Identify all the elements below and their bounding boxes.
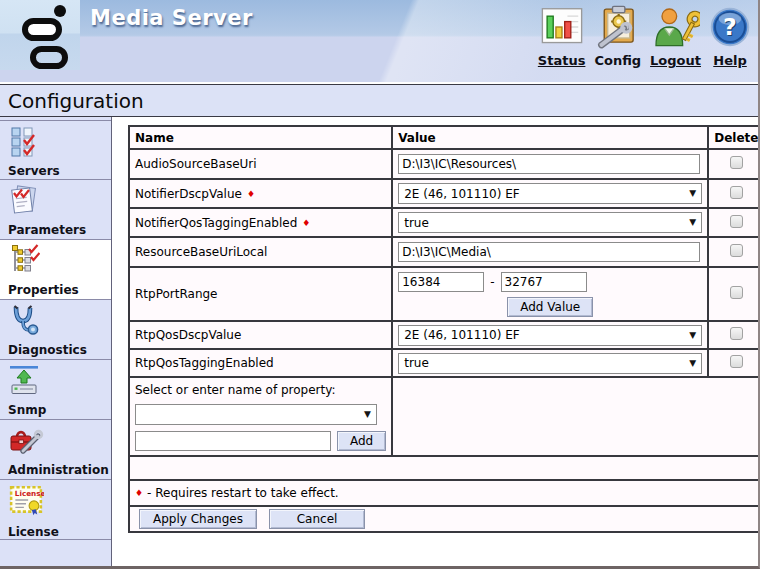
add-property-label: Select or enter name of property:: [135, 383, 386, 397]
chevron-down-icon: ▼: [689, 331, 696, 340]
range-separator: -: [490, 275, 494, 289]
rtpqostaggingenabled-select[interactable]: true▼: [398, 353, 702, 374]
page-title: Configuration: [0, 89, 144, 113]
logout-user-key-icon: [652, 2, 700, 52]
config-tools-icon: [596, 2, 640, 52]
rtpportrange-from-input[interactable]: [398, 272, 484, 292]
table-row: ResourceBaseUriLocal: [129, 237, 760, 267]
header-nav: Status C: [538, 2, 750, 68]
select-value: 2E (46, 101110) EF: [404, 328, 519, 342]
select-value: true: [404, 356, 429, 370]
chevron-down-icon: ▼: [689, 359, 696, 368]
svg-text:License: License: [15, 489, 44, 498]
delete-checkbox[interactable]: [730, 186, 743, 199]
restart-marker: ♦: [247, 189, 255, 199]
property-name: RtpQosTaggingEnabled: [135, 356, 274, 370]
diagnostics-stethoscope-icon: [8, 321, 40, 340]
rtpportrange-to-input[interactable]: [501, 272, 587, 292]
add-property-row: Select or enter name of property: ▼ Add: [129, 377, 760, 456]
delete-checkbox[interactable]: [730, 355, 743, 368]
status-bar-chart-icon: [539, 2, 585, 52]
delete-checkbox[interactable]: [730, 215, 743, 228]
company-logo: [0, 0, 80, 70]
column-header-name: Name: [129, 126, 392, 149]
nav-help-link[interactable]: Help: [713, 53, 746, 68]
resourcebaseurilocal-input[interactable]: [398, 242, 700, 262]
empty-cell: [392, 377, 760, 456]
delete-checkbox[interactable]: [730, 286, 743, 299]
nav-item-logout[interactable]: Logout: [650, 2, 701, 68]
nav-item-status[interactable]: Status: [538, 2, 586, 68]
property-name-cell: NotifierQosTaggingEnabled♦: [129, 208, 392, 237]
nav-logout-link[interactable]: Logout: [650, 53, 701, 68]
footnote-text: - Requires restart to take effect.: [147, 486, 339, 500]
sidebar-label-parameters[interactable]: Parameters: [8, 223, 111, 237]
nav-item-help[interactable]: ? ? Help: [710, 2, 750, 68]
table-header-row: Name Value Delete: [129, 126, 760, 149]
sidebar-label-administration[interactable]: Administration: [8, 463, 111, 477]
cancel-button[interactable]: Cancel: [269, 509, 366, 529]
actions-row: Apply Changes Cancel: [129, 506, 760, 532]
add-value-button[interactable]: Add Value: [507, 297, 593, 317]
sidebar-label-properties[interactable]: Properties: [8, 283, 111, 297]
property-name-select[interactable]: ▼: [135, 404, 377, 425]
chevron-down-icon: ▼: [689, 189, 696, 198]
nav-config-label[interactable]: Config: [594, 53, 641, 68]
sidebar-label-diagnostics[interactable]: Diagnostics: [8, 343, 111, 357]
sidebar-item-snmp[interactable]: Snmp: [0, 360, 111, 420]
select-value: 2E (46, 101110) EF: [404, 187, 519, 201]
sidebar-item-servers[interactable]: Servers: [0, 120, 111, 180]
sidebar-label-license[interactable]: License: [8, 525, 111, 539]
notifierqostaggingenabled-select[interactable]: true▼: [398, 212, 702, 233]
sidebar-label-snmp[interactable]: Snmp: [8, 403, 111, 417]
delete-checkbox[interactable]: [730, 156, 743, 169]
sidebar-item-license[interactable]: License License: [0, 480, 111, 540]
page-title-bar: Configuration: [0, 84, 758, 117]
license-certificate-icon: License: [8, 503, 44, 522]
select-value: true: [404, 216, 429, 230]
add-property-button[interactable]: Add: [337, 431, 386, 451]
nav-status-link[interactable]: Status: [538, 53, 586, 68]
chevron-down-icon: ▼: [689, 218, 696, 227]
table-row: RtpQosDscpValue 2E (46, 101110) EF▼: [129, 321, 760, 349]
audiosourcebaseuri-input[interactable]: [398, 154, 700, 174]
sidebar-item-parameters[interactable]: Parameters: [0, 180, 111, 240]
table-row: RtpQosTaggingEnabled true▼: [129, 349, 760, 377]
rtpqosdscpvalue-select[interactable]: 2E (46, 101110) EF▼: [398, 325, 702, 346]
notifierdscpvalue-select[interactable]: 2E (46, 101110) EF▼: [398, 183, 702, 204]
chevron-down-icon: ▼: [364, 410, 371, 419]
delete-checkbox[interactable]: [730, 327, 743, 340]
property-name-cell: RtpPortRange: [129, 267, 392, 321]
footnote-row: ♦- Requires restart to take effect.: [129, 480, 760, 506]
property-name-cell: ResourceBaseUriLocal: [129, 237, 392, 267]
sidebar-item-administration[interactable]: Administration: [0, 420, 111, 480]
column-header-value: Value: [392, 126, 708, 149]
restart-marker: ♦: [302, 218, 310, 228]
nav-item-config[interactable]: Config: [594, 2, 641, 68]
delete-checkbox[interactable]: [730, 244, 743, 257]
sidebar-label-servers[interactable]: Servers: [8, 164, 111, 178]
table-row: NotifierQosTaggingEnabled♦ true▼: [129, 208, 760, 237]
apply-changes-button[interactable]: Apply Changes: [139, 509, 257, 529]
property-name: ResourceBaseUriLocal: [135, 245, 267, 259]
table-row: RtpPortRange - Add Value: [129, 267, 760, 321]
property-name: NotifierQosTaggingEnabled: [135, 216, 297, 230]
property-name: NotifierDscpValue: [135, 187, 242, 201]
property-name-cell: AudioSourceBaseUri: [129, 149, 392, 179]
sidebar-item-properties[interactable]: Properties: [0, 240, 111, 300]
properties-tree-icon: [8, 261, 40, 280]
sidebar-item-diagnostics[interactable]: Diagnostics: [0, 300, 111, 360]
property-name-cell: NotifierDscpValue♦: [129, 179, 392, 208]
column-header-delete: Delete: [708, 126, 760, 149]
empty-row-cell: [129, 456, 760, 480]
administration-toolbox-icon: [8, 441, 44, 460]
new-property-name-input[interactable]: [135, 431, 331, 451]
help-question-icon: ? ?: [710, 2, 750, 52]
app-header: Media Server Status: [0, 0, 758, 82]
property-name: RtpQosDscpValue: [135, 328, 241, 342]
property-name-cell: RtpQosDscpValue: [129, 321, 392, 349]
sidebar: Servers Parameters: [0, 117, 112, 566]
table-row: NotifierDscpValue♦ 2E (46, 101110) EF▼: [129, 179, 760, 208]
property-name: AudioSourceBaseUri: [135, 157, 257, 171]
svg-text:?: ?: [723, 13, 737, 41]
